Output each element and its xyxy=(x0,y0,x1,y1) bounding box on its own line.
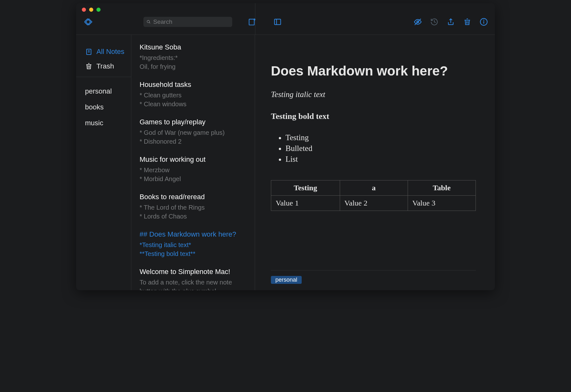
note-title: Kitsune Soba xyxy=(140,43,246,51)
editor-table: Testing a Table Value 1 Value 2 Value 3 xyxy=(271,180,476,211)
tags-icon[interactable] xyxy=(84,17,93,27)
table-header-row: Testing a Table xyxy=(271,180,476,196)
note-item[interactable]: Games to play/replay * God of War (new g… xyxy=(140,118,246,155)
notes-icon xyxy=(85,48,93,56)
minimize-window-button[interactable] xyxy=(89,8,93,12)
new-note-button[interactable] xyxy=(247,17,257,27)
zoom-window-button[interactable] xyxy=(96,8,101,12)
history-button[interactable] xyxy=(430,17,439,27)
sidebar-separator xyxy=(76,77,131,77)
toggle-panels-button[interactable] xyxy=(273,17,282,27)
svg-rect-3 xyxy=(274,19,281,24)
search-icon xyxy=(147,19,151,24)
note-preview: * Clean gutters * Clean windows xyxy=(140,91,246,108)
note-tag-chip[interactable]: personal xyxy=(271,276,302,284)
share-button[interactable] xyxy=(446,17,456,27)
note-title: ## Does Markdown work here? xyxy=(140,230,246,238)
editor-italic-line: Testing italic text xyxy=(271,90,476,99)
note-title: Games to play/replay xyxy=(140,118,246,126)
note-editor[interactable]: Does Markdown work here? Testing italic … xyxy=(255,35,495,290)
table-cell: Value 1 xyxy=(271,196,340,211)
close-window-button[interactable] xyxy=(82,8,86,12)
note-preview: *Testing italic text* **Testing bold tex… xyxy=(140,240,246,258)
note-preview: * God of War (new game plus) * Dishonore… xyxy=(140,128,246,146)
table-header: Testing xyxy=(271,180,340,196)
toolbar-left xyxy=(82,11,260,27)
note-title: Household tasks xyxy=(140,81,246,89)
table-cell: Value 2 xyxy=(340,196,408,211)
table-row: Value 1 Value 2 Value 3 xyxy=(271,196,476,211)
note-list[interactable]: Kitsune Soba *Ingredients:* Oil, for fry… xyxy=(131,35,255,290)
toolbar-divider xyxy=(255,3,255,35)
note-item[interactable]: Kitsune Soba *Ingredients:* Oil, for fry… xyxy=(140,43,246,81)
list-item: Testing xyxy=(286,133,476,142)
editor-bullet-list: Testing Bulleted List xyxy=(271,131,476,166)
list-item: List xyxy=(286,155,476,164)
trash-icon xyxy=(85,62,93,70)
note-preview: *Ingredients:* Oil, for frying xyxy=(140,53,246,71)
table-header: a xyxy=(340,180,408,196)
editor-heading: Does Markdown work here? xyxy=(271,63,476,79)
toolbar xyxy=(76,3,495,35)
sidebar-item-label: Trash xyxy=(96,62,114,70)
note-item[interactable]: Household tasks * Clean gutters * Clean … xyxy=(140,81,246,118)
editor-footer: personal xyxy=(271,270,476,284)
note-item[interactable]: Welcome to Simplenote Mac! To add a note… xyxy=(140,268,246,290)
app-window: All Notes Trash personal books music Kit… xyxy=(76,3,495,290)
sidebar-tag-books[interactable]: books xyxy=(76,99,131,115)
note-title: Welcome to Simplenote Mac! xyxy=(140,268,246,276)
sidebar-item-label: All Notes xyxy=(96,48,124,56)
note-item[interactable]: Music for working out * Merzbow * Morbid… xyxy=(140,155,246,193)
search-field[interactable] xyxy=(153,18,229,26)
svg-rect-0 xyxy=(249,19,254,25)
preview-toggle-button[interactable] xyxy=(413,17,423,27)
content-area: All Notes Trash personal books music Kit… xyxy=(76,35,495,290)
window-controls xyxy=(82,8,101,12)
note-preview: To add a note, click the new note button… xyxy=(140,278,246,290)
sidebar: All Notes Trash personal books music xyxy=(76,35,131,290)
note-item[interactable]: Books to read/reread * The Lord of the R… xyxy=(140,193,246,230)
sidebar-tag-music[interactable]: music xyxy=(76,115,131,131)
table-header: Table xyxy=(408,180,476,196)
sidebar-trash[interactable]: Trash xyxy=(76,59,131,74)
info-button[interactable] xyxy=(479,17,489,27)
toolbar-right xyxy=(260,11,489,27)
search-input[interactable] xyxy=(143,17,232,27)
svg-point-11 xyxy=(483,20,484,20)
note-item[interactable]: ## Does Markdown work here? *Testing ita… xyxy=(140,230,246,268)
sidebar-tag-personal[interactable]: personal xyxy=(76,83,131,99)
note-title: Books to read/reread xyxy=(140,193,246,201)
note-preview: * The Lord of the Rings * Lords of Chaos xyxy=(140,203,246,221)
list-item: Bulleted xyxy=(286,144,476,153)
note-preview: * Merzbow * Morbid Angel xyxy=(140,166,246,183)
editor-bold-line: Testing bold text xyxy=(271,112,476,121)
sidebar-all-notes[interactable]: All Notes xyxy=(76,44,131,59)
table-cell: Value 3 xyxy=(408,196,476,211)
note-title: Music for working out xyxy=(140,155,246,164)
trash-button[interactable] xyxy=(463,17,472,27)
